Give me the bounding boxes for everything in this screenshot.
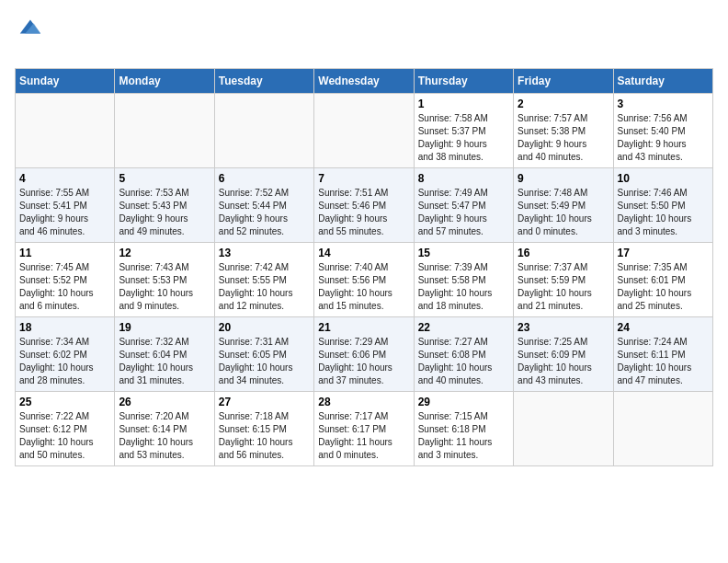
day-number: 15 bbox=[418, 247, 509, 259]
calendar-cell: 22Sunrise: 7:27 AM Sunset: 6:08 PM Dayli… bbox=[414, 317, 513, 392]
calendar-cell: 13Sunrise: 7:42 AM Sunset: 5:55 PM Dayli… bbox=[214, 243, 313, 317]
day-number: 29 bbox=[418, 396, 509, 408]
day-number: 23 bbox=[518, 321, 609, 334]
calendar-cell bbox=[214, 94, 313, 168]
day-info: Sunrise: 7:52 AM Sunset: 5:44 PM Dayligh… bbox=[219, 187, 310, 238]
day-number: 10 bbox=[618, 172, 709, 185]
day-number: 26 bbox=[119, 396, 210, 408]
day-info: Sunrise: 7:17 AM Sunset: 6:17 PM Dayligh… bbox=[318, 410, 409, 462]
calendar-cell: 18Sunrise: 7:34 AM Sunset: 6:02 PM Dayli… bbox=[16, 317, 115, 392]
calendar-cell: 29Sunrise: 7:15 AM Sunset: 6:18 PM Dayli… bbox=[414, 392, 513, 466]
day-info: Sunrise: 7:57 AM Sunset: 5:38 PM Dayligh… bbox=[518, 112, 609, 164]
calendar-cell bbox=[314, 94, 414, 168]
calendar-cell: 17Sunrise: 7:35 AM Sunset: 6:01 PM Dayli… bbox=[613, 243, 712, 317]
calendar-cell bbox=[115, 94, 214, 168]
weekday-header-sunday: Sunday bbox=[16, 69, 115, 94]
day-info: Sunrise: 7:42 AM Sunset: 5:55 PM Dayligh… bbox=[219, 261, 310, 313]
calendar-cell: 11Sunrise: 7:45 AM Sunset: 5:52 PM Dayli… bbox=[16, 243, 115, 317]
calendar-cell: 6Sunrise: 7:52 AM Sunset: 5:44 PM Daylig… bbox=[214, 168, 313, 243]
day-info: Sunrise: 7:35 AM Sunset: 6:01 PM Dayligh… bbox=[618, 261, 709, 313]
day-number: 21 bbox=[318, 321, 409, 334]
weekday-header-wednesday: Wednesday bbox=[314, 69, 414, 94]
day-info: Sunrise: 7:48 AM Sunset: 5:49 PM Dayligh… bbox=[518, 187, 609, 238]
calendar-cell: 10Sunrise: 7:46 AM Sunset: 5:50 PM Dayli… bbox=[613, 168, 712, 243]
day-info: Sunrise: 7:32 AM Sunset: 6:04 PM Dayligh… bbox=[119, 336, 210, 387]
logo bbox=[15, 15, 42, 61]
weekday-header-tuesday: Tuesday bbox=[214, 69, 313, 94]
calendar-cell: 9Sunrise: 7:48 AM Sunset: 5:49 PM Daylig… bbox=[514, 168, 613, 243]
weekday-header-thursday: Thursday bbox=[414, 69, 513, 94]
calendar-cell: 19Sunrise: 7:32 AM Sunset: 6:04 PM Dayli… bbox=[115, 317, 214, 392]
day-info: Sunrise: 7:37 AM Sunset: 5:59 PM Dayligh… bbox=[518, 261, 609, 313]
day-number: 18 bbox=[19, 321, 110, 334]
day-info: Sunrise: 7:34 AM Sunset: 6:02 PM Dayligh… bbox=[19, 336, 110, 387]
calendar-cell: 20Sunrise: 7:31 AM Sunset: 6:05 PM Dayli… bbox=[214, 317, 313, 392]
calendar-cell: 24Sunrise: 7:24 AM Sunset: 6:11 PM Dayli… bbox=[613, 317, 712, 392]
calendar-cell: 28Sunrise: 7:17 AM Sunset: 6:17 PM Dayli… bbox=[314, 392, 414, 466]
day-number: 27 bbox=[219, 396, 310, 408]
day-number: 24 bbox=[618, 321, 709, 334]
calendar-cell: 23Sunrise: 7:25 AM Sunset: 6:09 PM Dayli… bbox=[514, 317, 613, 392]
day-number: 5 bbox=[119, 172, 210, 185]
calendar-cell: 7Sunrise: 7:51 AM Sunset: 5:46 PM Daylig… bbox=[314, 168, 414, 243]
calendar-cell: 5Sunrise: 7:53 AM Sunset: 5:43 PM Daylig… bbox=[115, 168, 214, 243]
weekday-header-saturday: Saturday bbox=[613, 69, 712, 94]
day-info: Sunrise: 7:15 AM Sunset: 6:18 PM Dayligh… bbox=[418, 410, 509, 462]
header bbox=[15, 15, 713, 61]
day-info: Sunrise: 7:56 AM Sunset: 5:40 PM Dayligh… bbox=[618, 112, 709, 164]
calendar-cell: 2Sunrise: 7:57 AM Sunset: 5:38 PM Daylig… bbox=[514, 94, 613, 168]
day-number: 2 bbox=[518, 98, 609, 110]
day-number: 6 bbox=[219, 172, 310, 185]
calendar-cell bbox=[514, 392, 613, 466]
day-number: 14 bbox=[318, 247, 409, 259]
day-info: Sunrise: 7:18 AM Sunset: 6:15 PM Dayligh… bbox=[219, 410, 310, 462]
day-info: Sunrise: 7:24 AM Sunset: 6:11 PM Dayligh… bbox=[618, 336, 709, 387]
calendar-cell: 25Sunrise: 7:22 AM Sunset: 6:12 PM Dayli… bbox=[16, 392, 115, 466]
weekday-header-friday: Friday bbox=[514, 69, 613, 94]
day-number: 1 bbox=[418, 98, 509, 110]
day-number: 17 bbox=[618, 247, 709, 259]
day-number: 22 bbox=[418, 321, 509, 334]
day-number: 28 bbox=[318, 396, 409, 408]
calendar-cell: 12Sunrise: 7:43 AM Sunset: 5:53 PM Dayli… bbox=[115, 243, 214, 317]
day-number: 16 bbox=[518, 247, 609, 259]
calendar-cell: 15Sunrise: 7:39 AM Sunset: 5:58 PM Dayli… bbox=[414, 243, 513, 317]
day-info: Sunrise: 7:31 AM Sunset: 6:05 PM Dayligh… bbox=[219, 336, 310, 387]
day-info: Sunrise: 7:53 AM Sunset: 5:43 PM Dayligh… bbox=[119, 187, 210, 238]
day-info: Sunrise: 7:55 AM Sunset: 5:41 PM Dayligh… bbox=[19, 187, 110, 238]
calendar-cell: 16Sunrise: 7:37 AM Sunset: 5:59 PM Dayli… bbox=[514, 243, 613, 317]
day-info: Sunrise: 7:43 AM Sunset: 5:53 PM Dayligh… bbox=[119, 261, 210, 313]
day-info: Sunrise: 7:20 AM Sunset: 6:14 PM Dayligh… bbox=[119, 410, 210, 462]
day-number: 20 bbox=[219, 321, 310, 334]
calendar-cell: 21Sunrise: 7:29 AM Sunset: 6:06 PM Dayli… bbox=[314, 317, 414, 392]
day-info: Sunrise: 7:25 AM Sunset: 6:09 PM Dayligh… bbox=[518, 336, 609, 387]
day-number: 25 bbox=[19, 396, 110, 408]
day-number: 8 bbox=[418, 172, 509, 185]
calendar-cell: 8Sunrise: 7:49 AM Sunset: 5:47 PM Daylig… bbox=[414, 168, 513, 243]
calendar-cell: 27Sunrise: 7:18 AM Sunset: 6:15 PM Dayli… bbox=[214, 392, 313, 466]
day-info: Sunrise: 7:40 AM Sunset: 5:56 PM Dayligh… bbox=[318, 261, 409, 313]
day-info: Sunrise: 7:22 AM Sunset: 6:12 PM Dayligh… bbox=[19, 410, 110, 462]
day-number: 3 bbox=[618, 98, 709, 110]
day-info: Sunrise: 7:49 AM Sunset: 5:47 PM Dayligh… bbox=[418, 187, 509, 238]
calendar-cell bbox=[16, 94, 115, 168]
calendar-table: SundayMondayTuesdayWednesdayThursdayFrid… bbox=[15, 68, 713, 466]
calendar-cell: 1Sunrise: 7:58 AM Sunset: 5:37 PM Daylig… bbox=[414, 94, 513, 168]
day-info: Sunrise: 7:46 AM Sunset: 5:50 PM Dayligh… bbox=[618, 187, 709, 238]
day-info: Sunrise: 7:51 AM Sunset: 5:46 PM Dayligh… bbox=[318, 187, 409, 238]
day-number: 12 bbox=[119, 247, 210, 259]
weekday-header-monday: Monday bbox=[115, 69, 214, 94]
day-number: 7 bbox=[318, 172, 409, 185]
calendar-cell bbox=[613, 392, 712, 466]
day-number: 11 bbox=[19, 247, 110, 259]
calendar-cell: 4Sunrise: 7:55 AM Sunset: 5:41 PM Daylig… bbox=[16, 168, 115, 243]
day-info: Sunrise: 7:45 AM Sunset: 5:52 PM Dayligh… bbox=[19, 261, 110, 313]
day-info: Sunrise: 7:27 AM Sunset: 6:08 PM Dayligh… bbox=[418, 336, 509, 387]
calendar-cell: 14Sunrise: 7:40 AM Sunset: 5:56 PM Dayli… bbox=[314, 243, 414, 317]
calendar-cell: 3Sunrise: 7:56 AM Sunset: 5:40 PM Daylig… bbox=[613, 94, 712, 168]
day-number: 9 bbox=[518, 172, 609, 185]
day-number: 13 bbox=[219, 247, 310, 259]
day-info: Sunrise: 7:58 AM Sunset: 5:37 PM Dayligh… bbox=[418, 112, 509, 164]
day-info: Sunrise: 7:39 AM Sunset: 5:58 PM Dayligh… bbox=[418, 261, 509, 313]
logo-icon bbox=[17, 15, 42, 40]
